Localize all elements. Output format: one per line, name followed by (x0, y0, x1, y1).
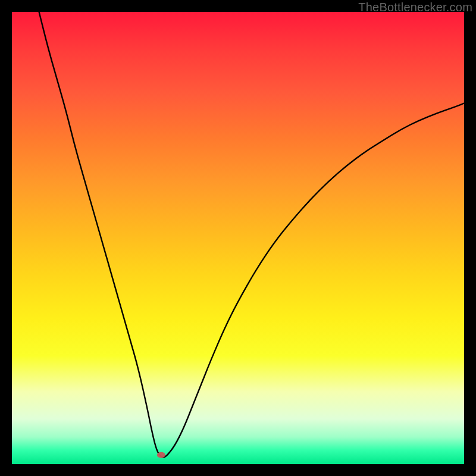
chart-frame (12, 12, 464, 464)
bottleneck-curve (39, 12, 464, 458)
chart-plot-area (12, 12, 464, 464)
chart-svg (12, 12, 464, 464)
optimal-point-marker (157, 452, 165, 458)
watermark-text: TheBottlenecker.com (358, 1, 472, 14)
